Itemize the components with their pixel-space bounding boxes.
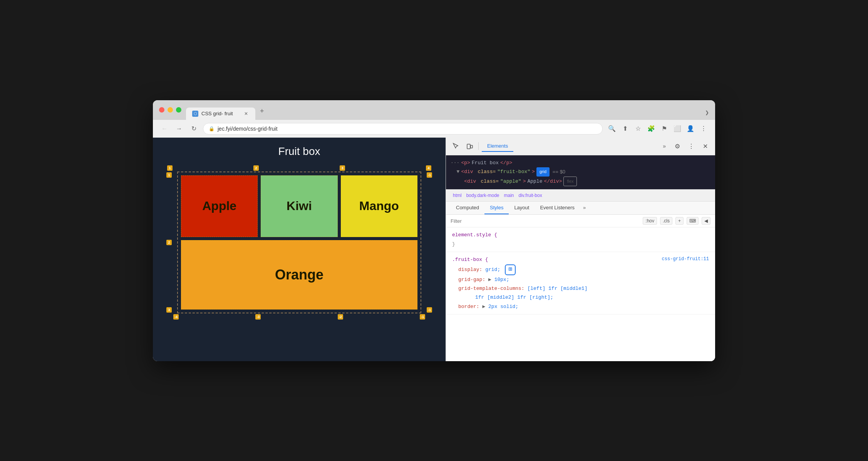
- breadcrumb-html[interactable]: html: [451, 192, 464, 199]
- zoom-icon[interactable]: 🔍: [607, 123, 617, 134]
- css-prop-gridtemplate-cont: 1fr [middle2] 1fr [right];: [452, 293, 709, 302]
- main-content: Fruit box 1 2 3 4 1 2: [153, 138, 715, 361]
- back-button-style[interactable]: ◀: [702, 217, 710, 225]
- grid-overlay-button[interactable]: ⊞: [505, 264, 516, 275]
- device-toolbar-icon[interactable]: [464, 141, 475, 151]
- html-apple-text: Apple: [527, 177, 542, 186]
- css-source-link[interactable]: css-grid-fruit:11: [662, 255, 709, 264]
- html-p-tag: <p>: [461, 158, 470, 167]
- devtools-main-tabs: Elements: [482, 141, 657, 152]
- element-style-rule: element.style { }: [446, 227, 715, 252]
- flex-badge[interactable]: flex: [563, 177, 577, 187]
- tab-close-button[interactable]: ✕: [243, 111, 249, 117]
- gridgap-arrow[interactable]: ▶: [488, 277, 494, 283]
- more-panel-tabs[interactable]: »: [580, 202, 589, 214]
- grid-container-wrapper: Apple Kiwi Mango Orange: [173, 172, 425, 313]
- filter-input[interactable]: [451, 218, 640, 224]
- reload-button[interactable]: ↻: [188, 123, 199, 134]
- hov-button[interactable]: :hov: [643, 217, 657, 225]
- breadcrumb-div-fruitbox[interactable]: div.fruit-box: [516, 192, 545, 199]
- col-num-4: 4: [426, 165, 431, 171]
- grid-row-wrapper: 1 2 3 Apple Kiwi Mango Orange -1: [166, 172, 432, 313]
- minimize-window-button[interactable]: [168, 107, 173, 113]
- col-numbers-top: 1 2 3 4: [166, 165, 432, 171]
- new-tab-button[interactable]: +: [255, 105, 269, 120]
- forward-button[interactable]: →: [174, 123, 184, 134]
- breadcrumb-bar: html body.dark-mode main div.fruit-box: [446, 189, 715, 202]
- html-line-1: ··· <p>Fruit box</p>: [451, 158, 710, 167]
- layout-tab[interactable]: Layout: [509, 202, 535, 214]
- css-selector-fruitbox: .fruit-box {: [452, 257, 488, 262]
- html-dots-2: ▼: [451, 167, 459, 176]
- row-numbers-left: 1 2 3: [166, 172, 172, 313]
- elements-tab[interactable]: Elements: [482, 141, 513, 152]
- col-num-3: 3: [340, 165, 345, 171]
- computed-tab[interactable]: Computed: [451, 202, 484, 214]
- breadcrumb-body[interactable]: body.dark-mode: [464, 192, 502, 199]
- more-tabs-button[interactable]: ❯: [705, 110, 709, 120]
- extensions-icon[interactable]: 🧩: [646, 123, 657, 134]
- css-prop-gridtemplate: grid-template-columns: [left] 1fr [middl…: [452, 284, 709, 293]
- col-numbers-bottom: -4 -3 -2 -1: [166, 314, 432, 320]
- html-div-open: <div: [461, 167, 476, 176]
- html-class2-val: "apple": [500, 177, 521, 186]
- display-val: grid;: [485, 267, 500, 273]
- maximize-window-button[interactable]: [176, 107, 181, 113]
- row-num-1: 1: [166, 172, 172, 178]
- url-bar[interactable]: 🔒 jec.fyi/demo/css-grid-fruit: [203, 123, 603, 135]
- border-val: 2px solid;: [488, 304, 518, 310]
- devtools-toolbar: Elements » ⚙ ⋮ ✕: [446, 138, 715, 155]
- gridtemplate-prop: grid-template-columns:: [458, 286, 527, 291]
- title-bar: ⬡ CSS grid- fruit ✕ + ❯: [153, 100, 715, 120]
- flag-icon[interactable]: ⚑: [659, 123, 670, 134]
- element-style-closing: }: [452, 240, 709, 249]
- browser-tab-active[interactable]: ⬡ CSS grid- fruit ✕: [186, 108, 255, 120]
- cast-icon[interactable]: ⬜: [672, 123, 683, 134]
- border-prop: border:: [458, 304, 482, 310]
- toggle-format-button[interactable]: ⌨: [687, 217, 699, 225]
- html-div-close-bracket: >: [532, 167, 535, 176]
- tabs-bar: ⬡ CSS grid- fruit ✕ + ❯: [186, 105, 709, 120]
- row-num-2: 2: [166, 240, 172, 245]
- cls-button[interactable]: .cls: [660, 217, 672, 225]
- filter-actions: :hov .cls + ⌨ ◀: [643, 217, 710, 225]
- col-num-neg3: -3: [255, 314, 261, 320]
- col-num-neg4: -4: [173, 314, 179, 320]
- html-class2-attr: class=: [481, 177, 499, 186]
- close-window-button[interactable]: [159, 107, 164, 113]
- more-devtools-tabs[interactable]: »: [660, 141, 669, 151]
- page-title: Fruit box: [161, 145, 438, 158]
- traffic-lights: [159, 107, 181, 117]
- add-style-button[interactable]: +: [675, 217, 684, 225]
- grid-badge[interactable]: grid: [536, 167, 550, 177]
- kiwi-cell: Kiwi: [261, 175, 337, 237]
- bookmark-icon[interactable]: ☆: [633, 123, 643, 134]
- html-div2-open: <div: [464, 177, 479, 186]
- col-num-2: 2: [253, 165, 259, 171]
- gridgap-val: 10px;: [494, 277, 509, 283]
- styles-tab[interactable]: Styles: [484, 202, 509, 214]
- event-listeners-tab[interactable]: Event Listeners: [535, 202, 580, 214]
- css-closing-brace: }: [452, 241, 455, 247]
- panel-tabs: Computed Styles Layout Event Listeners »: [446, 202, 715, 215]
- devtools-kebab-icon[interactable]: ⋮: [686, 141, 697, 151]
- html-div2-close: </div>: [544, 177, 562, 186]
- share-icon[interactable]: ⬆: [620, 123, 630, 134]
- tab-title: CSS grid- fruit: [201, 111, 233, 116]
- col-num-neg2: -2: [338, 314, 343, 320]
- url-text: jec.fyi/demo/css-grid-fruit: [218, 126, 278, 132]
- menu-icon[interactable]: ⋮: [698, 123, 709, 134]
- border-arrow[interactable]: ▶: [482, 304, 488, 310]
- profile-icon[interactable]: 👤: [685, 123, 696, 134]
- apple-cell: Apple: [181, 175, 258, 237]
- inspect-element-icon[interactable]: [451, 141, 461, 151]
- css-prop-display: display: grid; ⊞: [452, 264, 709, 275]
- back-button[interactable]: ←: [159, 123, 170, 134]
- col-num-1: 1: [167, 165, 173, 171]
- devtools-settings-icon[interactable]: ⚙: [672, 141, 683, 151]
- webpage-area: Fruit box 1 2 3 4 1 2: [153, 138, 446, 361]
- element-style-selector: element.style {: [452, 230, 709, 239]
- breadcrumb-main[interactable]: main: [502, 192, 516, 199]
- html-indent: [451, 177, 462, 186]
- devtools-close-icon[interactable]: ✕: [700, 141, 710, 151]
